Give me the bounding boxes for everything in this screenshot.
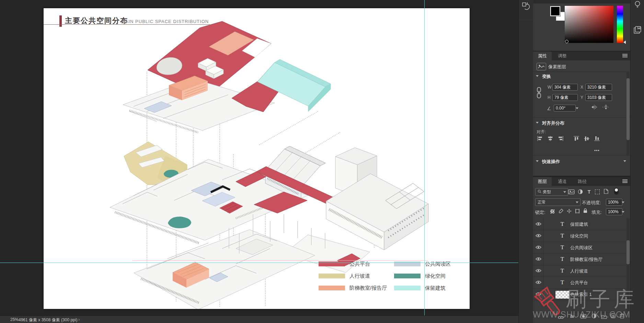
layer-filter-select[interactable]: 类型 (535, 188, 568, 196)
flip-horizontal-icon[interactable] (591, 105, 598, 111)
layers-panel-menu-icon[interactable] (622, 180, 628, 183)
layers-scrollbar[interactable] (626, 218, 630, 311)
horizontal-guide[interactable] (0, 263, 518, 263)
filter-toggle-switch[interactable] (614, 188, 619, 195)
status-bar: 25% 4961 像素 x 3508 像素 (300 ppi) › (0, 315, 518, 323)
visibility-toggle[interactable] (533, 230, 544, 242)
legend-label: 人行坡道 (349, 273, 370, 279)
adjustment-layer-button[interactable] (591, 313, 597, 320)
vertical-guide[interactable] (424, 0, 425, 315)
x-label: X (580, 85, 583, 90)
visibility-toggle[interactable] (533, 253, 544, 265)
y-field[interactable]: 3103 像素 (585, 94, 612, 101)
ground-floor-plate (134, 230, 315, 309)
legend-item: 人行坡道 (319, 274, 387, 278)
angle-dropdown-icon[interactable] (576, 107, 578, 109)
layer-mask-button[interactable] (580, 314, 586, 320)
layer-row[interactable]: T 公共阅读区 (533, 242, 626, 254)
height-field[interactable]: 79 像素 (552, 94, 578, 101)
angle-field[interactable]: 0.00° (554, 105, 576, 112)
tab-channels[interactable]: 通道 (553, 177, 572, 186)
new-group-button[interactable] (601, 314, 607, 320)
properties-scrollbar[interactable] (626, 71, 630, 155)
filter-text-layers-icon[interactable]: T (587, 189, 591, 194)
visibility-toggle[interactable] (533, 242, 544, 253)
filter-smart-objects-icon[interactable] (604, 189, 608, 195)
tab-paths[interactable]: 路径 (573, 177, 591, 186)
color-panel (533, 0, 630, 51)
legend-swatch (394, 286, 421, 290)
delete-layer-button[interactable] (620, 313, 624, 320)
layer-style-button[interactable]: fx (570, 314, 574, 319)
filter-pixel-layers-icon[interactable] (568, 189, 575, 196)
layer-row[interactable]: T 保留建筑 (533, 218, 626, 230)
color-picker-marker[interactable] (565, 40, 568, 43)
text-layer-thumbnail: T (559, 255, 566, 263)
quick-actions-collapse-icon[interactable] (536, 160, 539, 162)
h-label: H (548, 95, 551, 100)
align-label: 对齐: (537, 129, 546, 135)
x-field[interactable]: 3210 像素 (585, 84, 612, 91)
document-info[interactable]: 4961 像素 x 3508 像素 (300 ppi) (19, 317, 77, 323)
status-chevron-icon[interactable]: › (78, 317, 80, 322)
visibility-toggle[interactable] (533, 265, 544, 277)
tab-adjustments[interactable]: 调整 (553, 51, 572, 60)
tab-properties[interactable]: 属性 (533, 51, 552, 60)
eye-icon (536, 234, 541, 238)
lock-position-icon[interactable] (567, 209, 572, 215)
legend-swatch (394, 274, 421, 278)
width-field[interactable]: 304 像素 (552, 84, 578, 91)
zoom-level-field[interactable]: 25% (10, 317, 19, 322)
layer-row[interactable]: T 公共平台 (533, 277, 626, 289)
filter-type-label: 类型 (543, 189, 551, 194)
link-layers-button[interactable] (558, 314, 564, 321)
quick-actions-scroll-icon[interactable] (623, 160, 626, 162)
align-middle-v-icon[interactable] (584, 136, 589, 142)
libraries-panel-icon[interactable] (634, 26, 642, 34)
lock-transparency-icon[interactable] (550, 209, 554, 214)
align-top-icon[interactable] (574, 136, 579, 142)
align-center-h-icon[interactable] (548, 136, 553, 142)
filter-adjustment-layers-icon[interactable] (578, 189, 583, 196)
visibility-toggle[interactable] (533, 277, 544, 288)
fill-field[interactable]: 100% (606, 208, 622, 215)
filter-shape-layers-icon[interactable] (595, 189, 600, 194)
align-more-button[interactable]: ••• (594, 148, 600, 153)
align-collapse-icon[interactable] (536, 122, 539, 124)
flip-vertical-icon[interactable] (602, 105, 609, 111)
align-right-icon[interactable] (558, 136, 563, 142)
legend-label: 公共阅读区 (425, 261, 451, 267)
visibility-toggle[interactable] (533, 288, 544, 300)
hue-slider-marker[interactable] (623, 41, 626, 44)
layer-name: 公共平台 (570, 280, 588, 286)
discover-lightbulb-icon[interactable] (634, 1, 642, 8)
blend-mode-select[interactable]: 正常 (535, 198, 580, 206)
canvas[interactable]: 主要公共空间分布 MAIN PUBLIC SPACE DISTRIBUTION … (44, 8, 470, 309)
link-dimensions-icon[interactable] (537, 86, 541, 100)
layer-row[interactable]: 色块索引 1 (533, 288, 626, 300)
fill-dropdown-icon[interactable] (622, 211, 624, 213)
color-saturation-field[interactable] (565, 6, 613, 43)
align-bottom-icon[interactable] (594, 136, 600, 142)
title-accent-bar (59, 15, 62, 27)
history-panel-icon[interactable] (522, 2, 530, 10)
opacity-field[interactable]: 100% (606, 199, 622, 206)
color-panel-header[interactable] (533, 0, 630, 3)
align-left-icon[interactable] (537, 136, 543, 142)
lock-all-icon[interactable] (583, 208, 587, 215)
y-label: Y (580, 95, 583, 100)
tab-layers[interactable]: 图层 (533, 177, 552, 186)
layer-row[interactable]: T 绿化空间 (533, 230, 626, 242)
visibility-toggle[interactable] (533, 218, 544, 230)
layer-row[interactable]: T 人行坡道 (533, 265, 626, 277)
transform-collapse-icon[interactable] (536, 75, 539, 77)
hue-slider[interactable] (617, 6, 623, 43)
opacity-dropdown-icon[interactable] (622, 201, 624, 203)
panel-menu-icon[interactable] (622, 54, 628, 58)
lock-artboard-icon[interactable] (575, 209, 580, 215)
new-layer-button[interactable] (611, 313, 616, 320)
align-section-title: 对齐并分布 (542, 120, 564, 126)
lock-paint-icon[interactable] (559, 209, 563, 215)
foreground-color-swatch[interactable] (550, 6, 560, 16)
layer-row[interactable]: T 阶梯教室/报告厅 (533, 253, 626, 265)
